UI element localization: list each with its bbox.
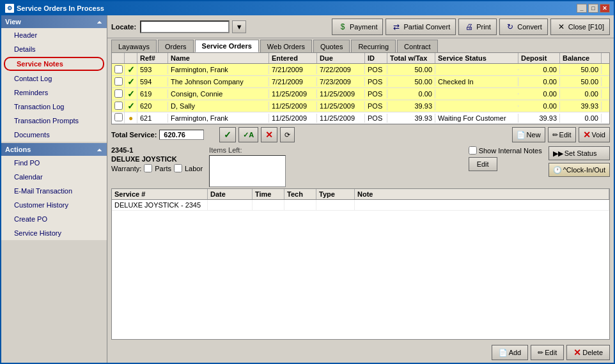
row-name: The Johnson Company	[168, 77, 269, 86]
sidebar-item-documents[interactable]: Documents	[1, 128, 107, 142]
locate-dropdown-button[interactable]: ▼	[232, 20, 246, 33]
row-entered: 11/25/2009	[269, 114, 317, 123]
sidebar-item-service-history[interactable]: Service History	[1, 226, 107, 240]
title-bar-left: ⚙ Service Orders In Process	[5, 4, 104, 13]
void-button[interactable]: ✕ Void	[579, 127, 610, 142]
detail-edit-button[interactable]: Edit	[469, 157, 497, 171]
table-row[interactable]: ✓ 594 The Johnson Company 7/21/2009 7/23…	[112, 76, 609, 88]
mark-all-button[interactable]: ✓	[219, 127, 236, 142]
partial-convert-button[interactable]: ⇄ Partial Convert	[385, 19, 456, 35]
sidebar-item-transaction-log[interactable]: Transaction Log	[1, 100, 107, 114]
locate-label: Locate:	[111, 23, 136, 31]
service-col-header: Service #	[112, 189, 208, 199]
row-deposit: 0.00	[518, 77, 560, 86]
row-ref: 619	[137, 89, 168, 98]
sidebar-item-contact-log[interactable]: Contact Log	[1, 72, 107, 86]
sidebar-item-email-transaction[interactable]: E-Mail Transaction	[1, 184, 107, 198]
labor-label: Labor	[185, 165, 203, 172]
row-balance: 0.00	[560, 114, 602, 123]
bottom-edit-icon: ✏	[538, 349, 543, 357]
check-a-icon: ✓A	[243, 131, 254, 139]
row-service-status	[435, 93, 518, 95]
sidebar-item-transaction-prompts[interactable]: Transaction Prompts	[1, 114, 107, 128]
tab-layaways[interactable]: Layaways	[111, 40, 157, 52]
row-entered: 11/25/2009	[269, 102, 317, 110]
bottom-edit-button[interactable]: ✏ Edit	[531, 345, 564, 360]
row-deposit: 0.00	[518, 65, 560, 74]
refresh-button[interactable]: ⟳	[280, 127, 295, 142]
mark-selected-button[interactable]: ✓A	[238, 127, 258, 142]
delete-button[interactable]: ✕ Delete	[566, 345, 610, 360]
tab-service-orders[interactable]: Service Orders	[195, 40, 259, 52]
maximize-button[interactable]: □	[588, 4, 598, 13]
edit-button[interactable]: ✏ Edit	[548, 127, 576, 142]
show-internal-checkbox[interactable]	[469, 146, 477, 155]
row-ref: 621	[137, 114, 168, 123]
detail-right-buttons: ▶▶ Set Status 🕐 ^Clock-In/Out	[549, 146, 610, 177]
clock-icon: 🕐	[553, 166, 562, 174]
sidebar-item-customer-history[interactable]: Customer History	[1, 198, 107, 212]
sidebar-item-calendar[interactable]: Calendar	[1, 170, 107, 184]
view-section-header[interactable]: View ⏶	[1, 15, 107, 28]
print-button[interactable]: 🖨 Print	[458, 19, 497, 35]
row-status-icon: ✓	[125, 64, 137, 75]
tab-orders[interactable]: Orders	[158, 40, 194, 52]
new-label: New	[527, 131, 541, 139]
total-service-label: Total Service:	[111, 131, 157, 139]
convert-icon: ↻	[505, 22, 515, 32]
row-name: Consign, Connie	[168, 89, 269, 98]
sidebar-item-create-po[interactable]: Create PO	[1, 212, 107, 226]
show-internal-row: Show Internal Notes	[469, 146, 542, 155]
close-button[interactable]: ✕ Close [F10]	[550, 19, 610, 35]
clear-button[interactable]: ✕	[261, 127, 277, 142]
actions-section-header[interactable]: Actions ⏶	[1, 143, 107, 156]
table-row[interactable]: ● 621 Farmington, Frank 11/25/2009 11/25…	[112, 112, 609, 124]
row-checkbox[interactable]	[112, 77, 125, 87]
items-left-label: Items Left:	[209, 146, 286, 154]
parts-checkbox[interactable]	[144, 164, 152, 172]
sidebar-item-header[interactable]: Header	[1, 28, 107, 42]
labor-checkbox[interactable]	[174, 164, 182, 172]
convert-button[interactable]: ↻ Convert	[499, 19, 548, 35]
tab-web-orders[interactable]: Web Orders	[260, 40, 312, 52]
set-status-button[interactable]: ▶▶ Set Status	[549, 146, 610, 160]
row-checkbox[interactable]	[112, 101, 125, 112]
table-row[interactable]: ✓ 619 Consign, Connie 11/25/2009 11/25/2…	[112, 88, 609, 100]
type-col-header: Type	[316, 189, 355, 199]
locate-input[interactable]	[140, 20, 230, 33]
payment-button[interactable]: $ Payment	[332, 19, 383, 35]
sidebar-item-reminders[interactable]: Reminders	[1, 86, 107, 100]
col-due: Due	[317, 53, 365, 63]
service-cell-time	[253, 200, 284, 210]
sidebar-item-service-notes[interactable]: Service Notes	[4, 57, 104, 71]
table-row[interactable]: ✓ 593 Farmington, Frank 7/21/2009 7/22/2…	[112, 64, 609, 76]
tab-contract[interactable]: Contract	[397, 40, 438, 52]
close-button[interactable]: ✕	[600, 4, 610, 13]
sidebar-item-find-po[interactable]: Find PO	[1, 156, 107, 170]
row-checkbox[interactable]	[112, 89, 125, 100]
service-cell-service: DELUXE JOYSTICK - 2345	[112, 200, 208, 210]
tab-recurring[interactable]: Recurring	[351, 40, 396, 52]
row-due: 7/23/2009	[317, 77, 365, 86]
row-total: 50.00	[387, 65, 435, 74]
main-window: ⚙ Service Orders In Process _ □ ✕ View ⏶…	[0, 0, 615, 364]
view-section: View ⏶ Header Details Service Notes Cont…	[1, 15, 107, 142]
row-total: 50.00	[387, 77, 435, 86]
actions-collapse-icon: ⏶	[97, 146, 103, 153]
list-item[interactable]: DELUXE JOYSTICK - 2345	[112, 200, 609, 211]
row-checkbox[interactable]	[112, 112, 125, 123]
items-left-input[interactable]	[209, 155, 286, 187]
tab-quotes[interactable]: Quotes	[313, 40, 350, 52]
minimize-button[interactable]: _	[577, 4, 587, 13]
table-row[interactable]: ✓ 620 D, Sally 11/25/2009 11/25/2009 POS…	[112, 100, 609, 112]
detail-right-controls: Show Internal Notes Edit	[469, 146, 542, 171]
row-checkbox[interactable]	[112, 64, 125, 75]
clock-in-out-button[interactable]: 🕐 ^Clock-In/Out	[549, 163, 610, 177]
sidebar-item-details[interactable]: Details	[1, 42, 107, 56]
row-service-status: Waiting For Customer	[435, 114, 518, 123]
action-row: Total Service: 620.76 ✓ ✓A ✕ ⟳ 📄 New ✏ E…	[107, 125, 614, 145]
add-button[interactable]: 📄 Add	[492, 345, 529, 360]
close-icon: ✕	[556, 22, 566, 32]
new-button[interactable]: 📄 New	[512, 127, 545, 142]
row-total: 39.93	[387, 102, 435, 110]
